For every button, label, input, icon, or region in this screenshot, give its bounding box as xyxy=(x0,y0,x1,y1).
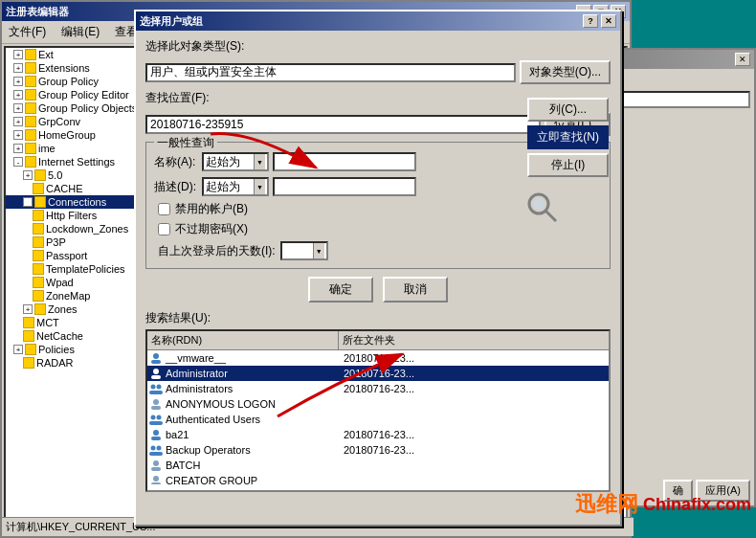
user-icon-ba21 xyxy=(149,428,163,441)
svg-point-18 xyxy=(157,446,162,451)
result-row-anonymous-logon[interactable]: ANONYMOUS LOGON xyxy=(147,396,609,412)
folder-icon-homegroup xyxy=(25,129,36,141)
object-type-input[interactable] xyxy=(145,63,516,82)
expand-homegroup[interactable]: + xyxy=(13,130,23,140)
tree-item-zonemap[interactable]: ZoneMap xyxy=(6,289,136,303)
group-icon-auth-users xyxy=(149,413,163,426)
svg-point-2 xyxy=(533,198,545,210)
tree-item-connections[interactable]: + Connections xyxy=(6,195,136,209)
result-row-batch[interactable]: BATCH xyxy=(147,458,609,473)
result-row-creator-group[interactable]: CREATOR GROUP xyxy=(147,473,609,484)
name-combo-drop[interactable]: ▼ xyxy=(254,154,265,169)
expand-ime[interactable]: + xyxy=(13,144,23,153)
tree-item-grpconv[interactable]: + GrpConv xyxy=(6,115,136,128)
tree-item-ime[interactable]: + ime xyxy=(6,142,136,155)
tree-item-internet-settings[interactable]: - Internet Settings xyxy=(6,155,136,168)
svg-rect-9 xyxy=(149,391,163,394)
tree-item-gpe[interactable]: + Group Policy Editor xyxy=(6,88,136,101)
folder-icon-gpo xyxy=(25,102,36,114)
desc-combo-drop[interactable]: ▼ xyxy=(254,179,265,194)
search-icon-box xyxy=(523,189,562,227)
expand-connections[interactable]: + xyxy=(23,197,33,207)
tree-item-policies[interactable]: + Policies xyxy=(6,343,136,356)
tree-item-homegroup[interactable]: + HomeGroup xyxy=(6,128,136,142)
result-row-authenticated-users[interactable]: Authenticated Users xyxy=(147,412,609,427)
tree-item-ext[interactable]: + Ext xyxy=(6,48,136,61)
tree-item-5-0[interactable]: + 5.0 xyxy=(6,168,136,182)
registry-editor-title: 注册表编辑器 xyxy=(6,5,69,19)
expand-gpo[interactable]: + xyxy=(13,103,23,113)
svg-point-22 xyxy=(153,476,159,482)
expand-gpe[interactable]: + xyxy=(13,90,23,100)
expand-policies[interactable]: + xyxy=(13,345,23,354)
tree-item-netcache[interactable]: NetCache xyxy=(6,329,136,343)
result-row-backup-operators[interactable]: Backup Operators 20180716-23... xyxy=(147,442,609,458)
user-icon-administrator xyxy=(149,367,163,380)
tree-item-template-policies[interactable]: TemplatePolicies xyxy=(6,262,136,276)
object-type-btn[interactable]: 对象类型(O)... xyxy=(520,60,611,84)
expand-zones[interactable]: + xyxy=(23,304,33,314)
results-header: 名称(RDN) 所在文件夹 xyxy=(147,331,609,350)
stop-btn[interactable]: 停止(I) xyxy=(527,153,609,177)
days-combo-drop[interactable]: ▼ xyxy=(313,243,324,258)
tree-item-lockdown-zones[interactable]: Lockdown_Zones xyxy=(6,222,136,235)
expand-internet-settings[interactable]: - xyxy=(13,157,23,167)
svg-point-13 xyxy=(157,415,162,420)
svg-line-1 xyxy=(545,211,556,221)
cancel-btn[interactable]: 取消 xyxy=(383,277,448,303)
result-row-ba21[interactable]: ba21 20180716-23... xyxy=(147,427,609,442)
tree-item-mct[interactable]: MCT xyxy=(6,316,136,329)
dialog-body: 选择此对象类型(S): 对象类型(O)... 查找位置(F): 位置(L)...… xyxy=(136,31,620,500)
tree-item-gpo[interactable]: + Group Policy Objects xyxy=(6,101,136,115)
disabled-accounts-checkbox[interactable] xyxy=(158,203,170,215)
watermark-domain: Chinafix.com xyxy=(643,495,751,515)
group-icon-administrators xyxy=(149,382,163,395)
desc-label: 描述(D): xyxy=(154,179,202,195)
tree-item-zones[interactable]: + Zones xyxy=(6,303,136,316)
tree-item-passport[interactable]: Passport xyxy=(6,249,136,262)
menu-file[interactable]: 文件(F) xyxy=(6,23,49,41)
result-row-administrators[interactable]: Administrators 20180716-23... xyxy=(147,381,609,396)
desc-query-input[interactable] xyxy=(273,177,416,196)
tree-item-group-policy[interactable]: + Group Policy xyxy=(6,75,136,88)
search-now-btn[interactable]: 立即查找(N) xyxy=(527,125,609,149)
name-query-input[interactable] xyxy=(273,152,416,171)
svg-rect-23 xyxy=(151,482,161,484)
expand-ext[interactable]: + xyxy=(13,50,23,59)
list-btn[interactable]: 列(C)... xyxy=(527,98,609,122)
result-row-administrator[interactable]: Administrator 20180716-23... xyxy=(147,366,609,381)
tree-item-wpad[interactable]: Wpad xyxy=(6,276,136,289)
status-text: 计算机\HKEY_CURRENT_US... xyxy=(6,520,155,534)
expand-extensions[interactable]: + xyxy=(13,63,23,73)
svg-rect-21 xyxy=(151,467,161,471)
object-type-row: 选择此对象类型(S): xyxy=(145,38,611,55)
ok-btn[interactable]: 确定 xyxy=(308,277,373,303)
special-icon-batch xyxy=(149,459,163,472)
folder-icon-grpconv xyxy=(25,116,36,127)
group-icon-backup-operators xyxy=(149,443,163,457)
svg-rect-16 xyxy=(151,437,161,440)
folder-icon-http-filters xyxy=(33,210,44,221)
results-label: 搜索结果(U): xyxy=(145,310,611,326)
object-type-label: 选择此对象类型(S): xyxy=(145,38,244,55)
svg-point-15 xyxy=(153,430,159,436)
expand-group-policy[interactable]: + xyxy=(13,77,23,86)
bg-close-btn[interactable]: ✕ xyxy=(735,53,750,66)
desc-combo-wrapper: 起始为 ▼ xyxy=(202,177,269,196)
tree-item-extensions[interactable]: + Extensions xyxy=(6,61,136,75)
tree-item-p3p[interactable]: P3P xyxy=(6,235,136,249)
tree-item-radar[interactable]: RADAR xyxy=(6,356,136,370)
dialog-help-btn[interactable]: ? xyxy=(583,14,598,28)
user-icon-vmware xyxy=(149,351,163,365)
folder-icon-gpe xyxy=(25,89,36,101)
menu-edit[interactable]: 编辑(E) xyxy=(58,23,102,41)
dialog-close-btn[interactable]: ✕ xyxy=(601,14,616,28)
result-row-vmware[interactable]: __vmware__ 20180716-23... xyxy=(147,350,609,366)
svg-point-7 xyxy=(151,385,156,390)
location-input[interactable] xyxy=(145,115,541,134)
tree-item-http-filters[interactable]: Http Filters xyxy=(6,209,136,222)
non-expiry-pwd-checkbox[interactable] xyxy=(158,223,170,235)
expand-grpconv[interactable]: + xyxy=(13,117,23,126)
tree-item-cache[interactable]: CACHE xyxy=(6,182,136,195)
expand-5-0[interactable]: + xyxy=(23,170,33,180)
